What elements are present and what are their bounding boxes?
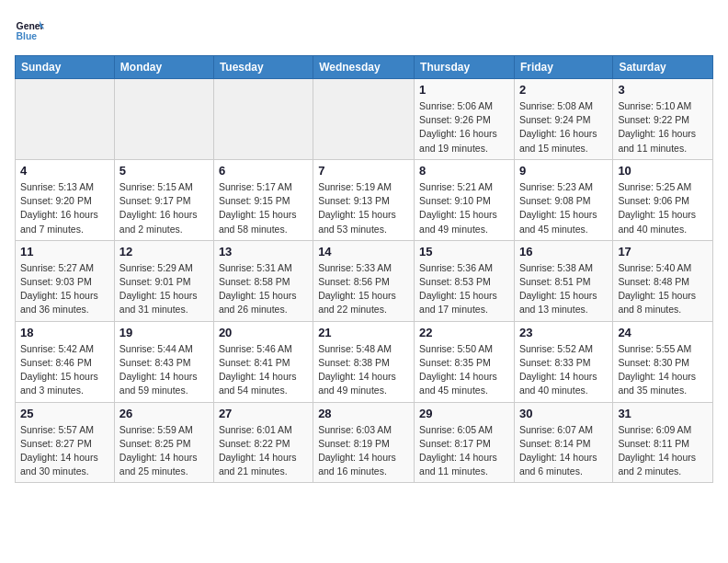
day-number: 24 [618,326,708,339]
day-number: 11 [20,245,109,259]
calendar-cell: 6Sunrise: 5:17 AMSunset: 9:15 PMDaylight… [213,159,313,240]
calendar-cell: 5Sunrise: 5:15 AMSunset: 9:17 PMDaylight… [114,159,213,240]
calendar-cell: 3Sunrise: 5:10 AMSunset: 9:22 PMDaylight… [613,79,713,160]
day-info: Sunrise: 6:09 AMSunset: 8:11 PMDaylight:… [618,423,708,479]
day-info: Sunrise: 5:31 AMSunset: 8:58 PMDaylight:… [219,261,308,317]
day-number: 22 [419,326,509,339]
day-number: 16 [519,245,608,259]
day-number: 4 [20,164,109,178]
day-info: Sunrise: 5:06 AMSunset: 9:26 PMDaylight:… [419,99,509,155]
weekday-header: Wednesday [313,56,415,79]
day-info: Sunrise: 5:52 AMSunset: 8:33 PMDaylight:… [519,342,608,398]
day-number: 2 [519,83,608,97]
day-number: 21 [318,326,409,339]
day-number: 9 [519,164,608,178]
calendar-table: SundayMondayTuesdayWednesdayThursdayFrid… [15,55,713,483]
calendar-cell: 9Sunrise: 5:23 AMSunset: 9:08 PMDaylight… [514,159,612,240]
calendar-cell: 25Sunrise: 5:57 AMSunset: 8:27 PMDayligh… [16,402,115,483]
day-info: Sunrise: 5:33 AMSunset: 8:56 PMDaylight:… [318,261,409,317]
calendar-cell: 30Sunrise: 6:07 AMSunset: 8:14 PMDayligh… [514,402,612,483]
day-number: 25 [20,407,109,420]
calendar-cell: 21Sunrise: 5:48 AMSunset: 8:38 PMDayligh… [313,321,415,402]
day-info: Sunrise: 5:36 AMSunset: 8:53 PMDaylight:… [419,261,509,317]
calendar-cell: 29Sunrise: 6:05 AMSunset: 8:17 PMDayligh… [415,402,515,483]
day-info: Sunrise: 5:25 AMSunset: 9:06 PMDaylight:… [618,180,708,236]
day-info: Sunrise: 5:48 AMSunset: 8:38 PMDaylight:… [318,342,409,398]
calendar-cell: 13Sunrise: 5:31 AMSunset: 8:58 PMDayligh… [213,240,313,321]
day-number: 15 [419,245,509,259]
day-info: Sunrise: 5:55 AMSunset: 8:30 PMDaylight:… [618,342,708,398]
day-number: 8 [419,164,509,178]
day-number: 18 [20,326,109,339]
day-number: 10 [618,164,708,178]
day-info: Sunrise: 5:46 AMSunset: 8:41 PMDaylight:… [219,342,308,398]
day-info: Sunrise: 5:17 AMSunset: 9:15 PMDaylight:… [219,180,308,236]
weekday-header: Monday [114,56,213,79]
calendar-cell: 23Sunrise: 5:52 AMSunset: 8:33 PMDayligh… [514,321,612,402]
calendar-cell: 22Sunrise: 5:50 AMSunset: 8:35 PMDayligh… [415,321,515,402]
day-number: 13 [219,245,308,259]
calendar-cell: 2Sunrise: 5:08 AMSunset: 9:24 PMDaylight… [514,79,612,160]
day-info: Sunrise: 5:44 AMSunset: 8:43 PMDaylight:… [119,342,209,398]
day-number: 5 [119,164,209,178]
day-info: Sunrise: 5:21 AMSunset: 9:10 PMDaylight:… [419,180,509,236]
calendar-header-row: SundayMondayTuesdayWednesdayThursdayFrid… [16,56,713,79]
day-number: 28 [318,407,409,420]
weekday-header: Friday [514,56,612,79]
calendar-week-row: 25Sunrise: 5:57 AMSunset: 8:27 PMDayligh… [16,402,713,483]
calendar-cell [114,79,213,160]
day-info: Sunrise: 6:01 AMSunset: 8:22 PMDaylight:… [219,423,308,479]
weekday-header: Thursday [415,56,515,79]
day-info: Sunrise: 5:23 AMSunset: 9:08 PMDaylight:… [519,180,608,236]
day-info: Sunrise: 5:19 AMSunset: 9:13 PMDaylight:… [318,180,409,236]
day-number: 1 [419,83,509,97]
logo-icon: General Blue [15,15,44,44]
day-info: Sunrise: 6:07 AMSunset: 8:14 PMDaylight:… [519,423,608,479]
day-number: 31 [618,407,708,420]
day-number: 27 [219,407,308,420]
day-info: Sunrise: 5:57 AMSunset: 8:27 PMDaylight:… [20,423,109,479]
calendar-week-row: 18Sunrise: 5:42 AMSunset: 8:46 PMDayligh… [16,321,713,402]
day-number: 6 [219,164,308,178]
day-info: Sunrise: 5:10 AMSunset: 9:22 PMDaylight:… [618,99,708,155]
calendar-week-row: 1Sunrise: 5:06 AMSunset: 9:26 PMDaylight… [16,79,713,160]
weekday-header: Saturday [613,56,713,79]
calendar-cell: 17Sunrise: 5:40 AMSunset: 8:48 PMDayligh… [613,240,713,321]
calendar-week-row: 4Sunrise: 5:13 AMSunset: 9:20 PMDaylight… [16,159,713,240]
calendar-cell: 28Sunrise: 6:03 AMSunset: 8:19 PMDayligh… [313,402,415,483]
calendar-body: 1Sunrise: 5:06 AMSunset: 9:26 PMDaylight… [16,79,713,483]
day-info: Sunrise: 5:15 AMSunset: 9:17 PMDaylight:… [119,180,209,236]
day-info: Sunrise: 5:59 AMSunset: 8:25 PMDaylight:… [119,423,209,479]
day-info: Sunrise: 5:38 AMSunset: 8:51 PMDaylight:… [519,261,608,317]
calendar-cell: 12Sunrise: 5:29 AMSunset: 9:01 PMDayligh… [114,240,213,321]
day-number: 19 [119,326,209,339]
weekday-header: Sunday [16,56,115,79]
calendar-cell: 31Sunrise: 6:09 AMSunset: 8:11 PMDayligh… [613,402,713,483]
calendar-cell [16,79,115,160]
logo: General Blue [15,15,44,44]
day-number: 23 [519,326,608,339]
day-number: 12 [119,245,209,259]
day-number: 3 [618,83,708,97]
calendar-cell: 11Sunrise: 5:27 AMSunset: 9:03 PMDayligh… [16,240,115,321]
day-info: Sunrise: 5:42 AMSunset: 8:46 PMDaylight:… [20,342,109,398]
day-number: 20 [219,326,308,339]
calendar-cell: 14Sunrise: 5:33 AMSunset: 8:56 PMDayligh… [313,240,415,321]
day-number: 29 [419,407,509,420]
calendar-week-row: 11Sunrise: 5:27 AMSunset: 9:03 PMDayligh… [16,240,713,321]
calendar-cell [313,79,415,160]
calendar-cell: 1Sunrise: 5:06 AMSunset: 9:26 PMDaylight… [415,79,515,160]
day-info: Sunrise: 5:13 AMSunset: 9:20 PMDaylight:… [20,180,109,236]
day-number: 14 [318,245,409,259]
calendar-cell: 10Sunrise: 5:25 AMSunset: 9:06 PMDayligh… [613,159,713,240]
calendar-cell: 8Sunrise: 5:21 AMSunset: 9:10 PMDaylight… [415,159,515,240]
calendar-cell [213,79,313,160]
calendar-cell: 15Sunrise: 5:36 AMSunset: 8:53 PMDayligh… [415,240,515,321]
day-info: Sunrise: 5:29 AMSunset: 9:01 PMDaylight:… [119,261,209,317]
calendar-cell: 19Sunrise: 5:44 AMSunset: 8:43 PMDayligh… [114,321,213,402]
calendar-cell: 16Sunrise: 5:38 AMSunset: 8:51 PMDayligh… [514,240,612,321]
calendar-cell: 18Sunrise: 5:42 AMSunset: 8:46 PMDayligh… [16,321,115,402]
calendar-cell: 20Sunrise: 5:46 AMSunset: 8:41 PMDayligh… [213,321,313,402]
day-info: Sunrise: 6:03 AMSunset: 8:19 PMDaylight:… [318,423,409,479]
day-info: Sunrise: 5:50 AMSunset: 8:35 PMDaylight:… [419,342,509,398]
